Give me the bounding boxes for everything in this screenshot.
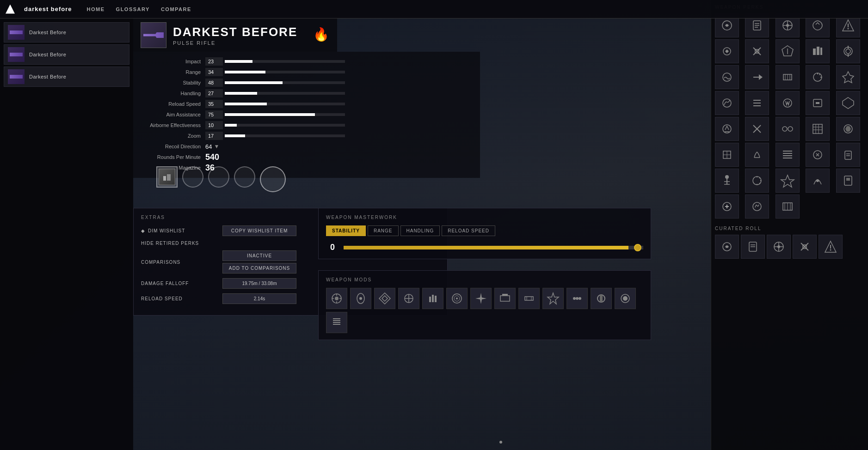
perk-icon-slot-36[interactable] [745,195,769,219]
curated-slot-3[interactable] [793,235,817,259]
stats-panel: Impact 23 Range 34 Stability 48 Handling… [133,52,480,178]
perk-icon-slot-10[interactable] [715,65,739,89]
mod-slot-1[interactable] [350,288,371,309]
perk-icon-slot-12[interactable] [776,65,800,89]
perk-icon-slot-33[interactable] [806,169,830,193]
curated-slot-0[interactable] [715,235,739,259]
mod-slot-12[interactable] [615,288,636,309]
perk-slot-4[interactable] [260,166,286,192]
perk-icon-slot-29[interactable] [836,143,860,167]
curated-roll-title: CURATED ROLL [715,226,864,231]
mod-icon-7 [499,292,511,305]
perk-icon-slot-23[interactable] [806,117,830,141]
perk-slot-3[interactable] [234,166,255,188]
svg-marker-21 [475,293,486,304]
perk-icon-slot-6[interactable] [745,39,769,63]
perk-icon-slot-34[interactable] [836,169,860,193]
perk-icon-slot-20[interactable] [715,117,739,141]
mod-slot-4[interactable] [422,288,443,309]
dim-arrow-icon: ◆ [141,228,145,233]
perk-icon-slot-28[interactable] [806,143,830,167]
perk-slot-1[interactable] [182,166,203,188]
mod-slot-13[interactable] [326,312,347,333]
mw-tab-range[interactable]: RANGE [368,225,399,236]
mw-tab-reload-speed[interactable]: RELOAD SPEED [442,225,495,236]
mod-slot-5[interactable] [446,288,468,309]
masterwork-slider[interactable] [344,246,643,249]
perk-icon-slot-9[interactable] [836,39,860,63]
mw-tab-handling[interactable]: HANDLING [400,225,440,236]
perk-slot-0[interactable] [156,166,178,188]
damage-falloff-value: 19.75m / 33.08m [222,278,296,289]
mw-tab-stability[interactable]: STABILITY [326,225,366,236]
perk-icon-slot-15[interactable] [715,91,739,115]
masterwork-value: 0 [326,243,339,252]
stat-bar-fill-zoom [225,134,245,137]
perk-icon-slot-16[interactable] [745,91,769,115]
add-to-comparisons-button[interactable]: ADD TO COMPARISONS [222,263,296,274]
nav-compare[interactable]: COMPARE [161,6,191,12]
inactive-button[interactable]: INACTIVE [222,250,296,261]
stat-row-zoom: Zoom 17 [141,131,473,141]
mod-slot-6[interactable] [470,288,492,309]
svg-point-30 [579,297,581,300]
curated-slot-4[interactable] [819,235,843,259]
mod-icon-2 [378,292,391,305]
perk-icon-slot-25[interactable] [715,143,739,167]
perk-icon-slot-37[interactable] [776,195,800,219]
perk-icon-slot-35[interactable] [715,195,739,219]
perk-icon-slot-13[interactable] [806,65,830,89]
svg-point-141 [830,249,831,251]
perk-icon-slot-30[interactable] [715,169,739,193]
curated-slot-1[interactable] [741,235,765,259]
perk-icon-slot-19[interactable] [836,91,860,115]
perk-icon-slot-11[interactable] [745,65,769,89]
stat-value-recoil: 64 [205,143,212,150]
mod-slot-2[interactable] [374,288,395,309]
mod-slot-3[interactable] [398,288,419,309]
sidebar-item-1[interactable]: Darkest Before [4,44,129,65]
nav-glossary[interactable]: GLOSSARY [116,6,150,12]
stat-row-rpm: Rounds Per Minute 540 [141,152,473,162]
masterwork-slider-thumb[interactable] [634,244,641,251]
svg-rect-105 [845,151,851,159]
mod-slot-7[interactable] [494,288,516,309]
perks-column: WEAPON PERKS [711,0,868,450]
perk-icon-slot-5[interactable] [715,39,739,63]
svg-point-64 [723,73,731,81]
copy-wishlist-button[interactable]: COPY WISHLIST ITEM [222,225,296,236]
perk-icon-slot-7[interactable] [776,39,800,63]
stat-row-range: Range 34 [141,67,473,77]
mod-slot-10[interactable] [566,288,588,309]
perk-icon-slot-24[interactable] [836,117,860,141]
stat-bar-fill-handling [225,92,257,95]
perk-icon-slot-27[interactable] [776,143,800,167]
sidebar-item-2[interactable]: Darkest Before [4,67,129,87]
perk-icon-slot-21[interactable] [745,117,769,141]
perk-icon-slot-32[interactable] [776,169,800,193]
masterwork-tabs: STABILITY RANGE HANDLING RELOAD SPEED [326,225,643,236]
perk-slot-2[interactable] [208,166,229,188]
perk-icon-slot-31[interactable] [745,169,769,193]
mod-slot-0[interactable] [326,288,347,309]
svg-point-88 [782,127,787,131]
stat-label-reload-speed: Reload Speed [141,101,205,107]
perk-icon-slot-26[interactable] [745,143,769,167]
svg-point-123 [753,202,761,211]
perk-icon-slot-17[interactable] [776,91,800,115]
perk-icon-slot-14[interactable] [836,65,860,89]
sidebar-item-0[interactable]: Darkest Before [4,22,129,43]
mod-slot-11[interactable] [591,288,612,309]
svg-rect-82 [816,102,819,104]
curated-slot-2[interactable] [767,235,791,259]
perk-icon-slot-8[interactable] [806,39,830,63]
mod-slot-9[interactable] [542,288,564,309]
stat-label-airborne: Airborne Effectiveness [141,122,205,128]
comparisons-label: COMPARISONS [141,260,215,265]
mod-slot-8[interactable] [518,288,540,309]
stat-dropdown-recoil[interactable]: 64 ▼ [205,143,219,150]
svg-point-29 [576,297,579,300]
nav-home[interactable]: HOME [87,6,105,12]
perk-icon-slot-22[interactable] [776,117,800,141]
perk-icon-slot-18[interactable] [806,91,830,115]
